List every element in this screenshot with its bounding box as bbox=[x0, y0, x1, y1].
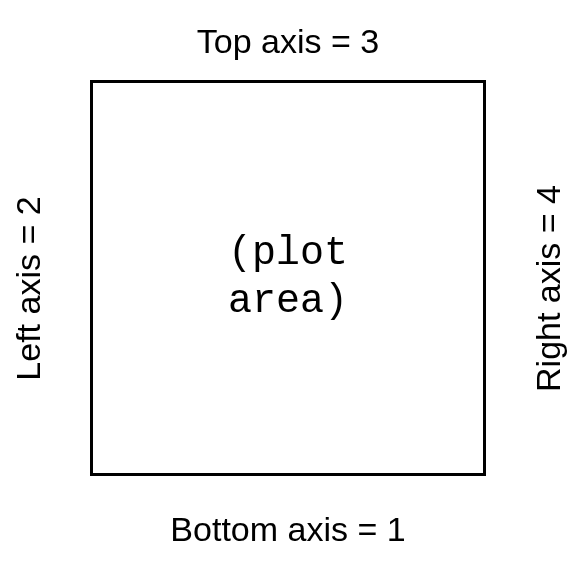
bottom-axis-label: Bottom axis = 1 bbox=[0, 510, 576, 549]
axis-side-diagram: Top axis = 3 Left axis = 2 (plot area) R… bbox=[0, 0, 576, 576]
left-axis-label-container: Left axis = 2 bbox=[8, 0, 48, 576]
right-axis-label: Right axis = 4 bbox=[529, 185, 568, 392]
plot-area-text-line2: area) bbox=[228, 278, 348, 326]
plot-area-box: (plot area) bbox=[90, 80, 486, 476]
right-axis-label-container: Right axis = 4 bbox=[528, 0, 568, 576]
top-axis-label: Top axis = 3 bbox=[0, 22, 576, 61]
left-axis-label: Left axis = 2 bbox=[9, 196, 48, 380]
plot-area-text-line1: (plot bbox=[228, 230, 348, 278]
